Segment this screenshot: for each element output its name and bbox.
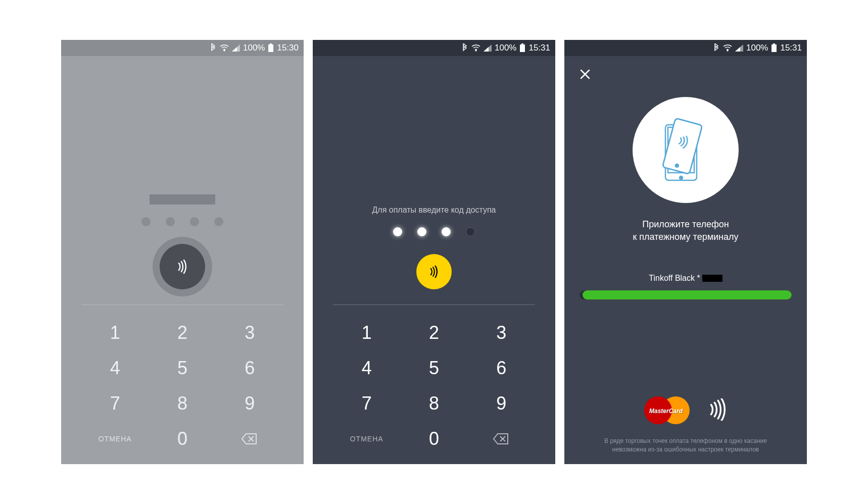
bluetooth-icon bbox=[713, 43, 720, 53]
pin-dot-filled bbox=[393, 227, 402, 236]
card-name: Tinkoff Black * bbox=[649, 274, 700, 283]
svg-rect-4 bbox=[520, 44, 525, 52]
signal-icon bbox=[484, 44, 492, 52]
key-6[interactable]: 6 bbox=[468, 350, 535, 386]
clock: 15:31 bbox=[528, 43, 550, 53]
clock: 15:31 bbox=[780, 43, 802, 53]
bluetooth-icon bbox=[210, 43, 217, 53]
battery-icon bbox=[519, 43, 525, 53]
screen-pin-entry: 100% 15:31 Для оплаты введите код доступ… bbox=[313, 40, 555, 464]
key-2[interactable]: 2 bbox=[400, 315, 467, 350]
payment-logos: MasterCard bbox=[644, 396, 727, 424]
pin-dots bbox=[393, 227, 475, 236]
progress-bar bbox=[580, 290, 792, 299]
close-button[interactable] bbox=[580, 73, 591, 81]
mastercard-logo: MasterCard bbox=[644, 396, 690, 424]
svg-point-11 bbox=[680, 176, 683, 179]
svg-rect-8 bbox=[773, 43, 775, 44]
footer-note: В ряде торговых точек оплата телефоном в… bbox=[604, 437, 767, 454]
key-1[interactable]: 1 bbox=[81, 315, 149, 350]
signal-icon bbox=[735, 44, 743, 52]
battery-icon bbox=[268, 43, 274, 53]
backspace-icon bbox=[493, 428, 510, 449]
pin-dot-empty bbox=[466, 227, 475, 236]
key-0[interactable]: 0 bbox=[149, 421, 216, 457]
nfc-button[interactable] bbox=[160, 244, 205, 289]
key-9[interactable]: 9 bbox=[468, 386, 535, 421]
key-6[interactable]: 6 bbox=[216, 350, 283, 386]
key-7[interactable]: 7 bbox=[333, 386, 400, 421]
contactless-icon bbox=[705, 398, 727, 423]
key-0[interactable]: 0 bbox=[400, 421, 467, 457]
progress-fill bbox=[583, 290, 792, 299]
instruction-line-1: Приложите телефон bbox=[633, 218, 738, 231]
pin-dots bbox=[141, 217, 223, 226]
tap-illustration bbox=[633, 97, 739, 203]
card-label: Tinkoff Black * bbox=[649, 274, 722, 283]
nfc-button[interactable] bbox=[416, 254, 452, 289]
pin-dot bbox=[141, 217, 151, 226]
pin-dot bbox=[166, 217, 175, 226]
battery-percent: 100% bbox=[746, 43, 768, 53]
instruction-line-2: к платежному терминалу bbox=[633, 231, 738, 243]
keypad: 1 2 3 4 5 6 7 8 9 ОТМЕНА 0 bbox=[81, 305, 283, 464]
card-number-redacted bbox=[702, 275, 722, 282]
key-3[interactable]: 3 bbox=[216, 315, 283, 350]
pin-dot bbox=[214, 217, 223, 226]
key-7[interactable]: 7 bbox=[81, 386, 149, 421]
pin-dot-filled bbox=[442, 227, 451, 236]
cancel-button[interactable]: ОТМЕНА bbox=[333, 421, 400, 457]
svg-point-14 bbox=[675, 164, 679, 167]
status-bar: 100% 15:31 bbox=[313, 40, 555, 56]
svg-point-0 bbox=[224, 50, 225, 51]
screen-tap-to-pay: 100% 15:31 bbox=[564, 40, 807, 464]
status-bar: 100% 15:30 bbox=[61, 40, 304, 56]
key-3[interactable]: 3 bbox=[468, 315, 535, 350]
screen-pin-locked: 100% 15:30 bbox=[61, 40, 304, 464]
svg-rect-5 bbox=[521, 43, 523, 44]
svg-rect-7 bbox=[771, 44, 777, 52]
tap-instruction: Приложите телефон к платежному терминалу bbox=[633, 218, 738, 243]
key-8[interactable]: 8 bbox=[400, 386, 467, 421]
wifi-icon bbox=[220, 44, 229, 52]
cancel-button[interactable]: ОТМЕНА bbox=[81, 421, 149, 457]
keypad: 1 2 3 4 5 6 7 8 9 ОТМЕНА 0 bbox=[333, 305, 535, 464]
svg-point-6 bbox=[727, 50, 728, 51]
key-4[interactable]: 4 bbox=[81, 350, 149, 386]
clock: 15:30 bbox=[277, 43, 299, 53]
bluetooth-icon bbox=[461, 43, 468, 53]
signal-icon bbox=[232, 44, 240, 52]
key-4[interactable]: 4 bbox=[333, 350, 400, 386]
footer-line-1: В ряде торговых точек оплата телефоном в… bbox=[604, 437, 767, 445]
wifi-icon bbox=[471, 44, 480, 52]
pin-dot-filled bbox=[417, 227, 426, 236]
prompt-placeholder bbox=[150, 194, 215, 205]
wifi-icon bbox=[723, 44, 732, 52]
svg-point-3 bbox=[475, 50, 476, 51]
pin-header-area bbox=[61, 56, 304, 305]
pin-dot bbox=[190, 217, 199, 226]
key-5[interactable]: 5 bbox=[400, 350, 467, 386]
backspace-button[interactable] bbox=[216, 421, 283, 457]
pin-prompt: Для оплаты введите код доступа bbox=[372, 206, 496, 215]
backspace-button[interactable] bbox=[468, 421, 535, 457]
key-8[interactable]: 8 bbox=[149, 386, 216, 421]
contactless-icon bbox=[174, 259, 190, 275]
key-5[interactable]: 5 bbox=[149, 350, 216, 386]
backspace-icon bbox=[241, 428, 258, 449]
svg-rect-2 bbox=[270, 43, 272, 44]
status-bar: 100% 15:31 bbox=[564, 40, 807, 56]
pin-header-area: Для оплаты введите код доступа bbox=[313, 56, 555, 305]
key-1[interactable]: 1 bbox=[333, 315, 400, 350]
key-2[interactable]: 2 bbox=[149, 315, 216, 350]
battery-icon bbox=[771, 43, 777, 53]
svg-rect-1 bbox=[268, 44, 273, 52]
key-9[interactable]: 9 bbox=[216, 386, 283, 421]
battery-percent: 100% bbox=[495, 43, 516, 53]
footer-line-2: невозможна из-за ошибочных настроек терм… bbox=[604, 445, 767, 454]
contactless-icon bbox=[427, 265, 441, 279]
battery-percent: 100% bbox=[243, 43, 265, 53]
